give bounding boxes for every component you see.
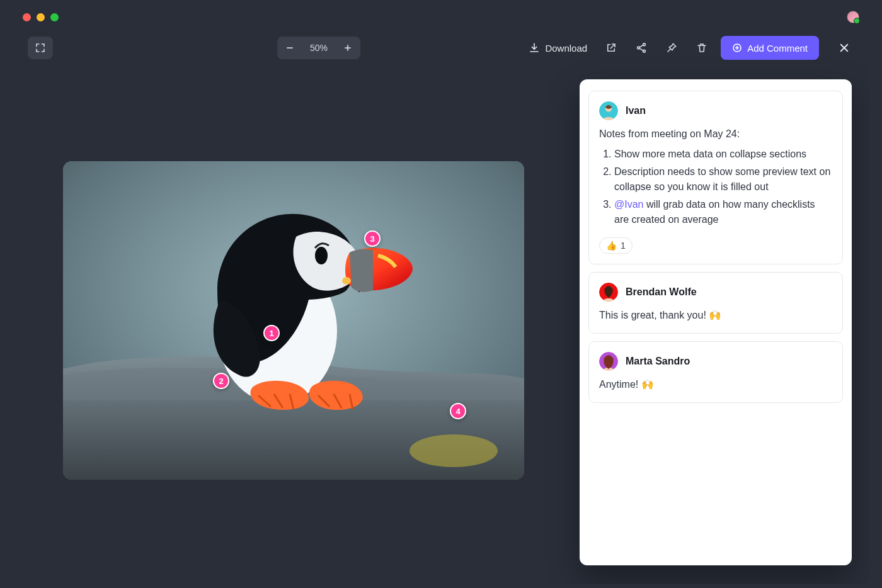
avatar (599, 352, 618, 371)
add-comment-icon (732, 43, 742, 53)
pin-icon (666, 42, 677, 54)
comment-author: Ivan (626, 105, 646, 116)
annotation-pin[interactable]: 1 (263, 325, 280, 341)
external-link-icon (605, 42, 617, 54)
maximize-window-icon[interactable] (50, 13, 59, 21)
reaction-chip[interactable]: 👍 1 (599, 237, 633, 254)
zoom-level: 50% (302, 43, 335, 53)
minimize-window-icon[interactable] (37, 13, 45, 21)
avatar (599, 101, 618, 120)
attachment-image (63, 161, 524, 480)
window-titlebar (13, 5, 869, 29)
comment-intro: Notes from meeting on May 24: (599, 127, 832, 142)
zoom-in-button[interactable] (335, 37, 360, 59)
comments-panel: Ivan Notes from meeting on May 24: Show … (580, 79, 852, 565)
comment-list-item: Description needs to show some preview t… (614, 164, 832, 195)
comment-list-item: Show more meta data on collapse sections (614, 147, 832, 162)
comment-body: Anytime! 🙌 (599, 377, 832, 392)
image-viewer[interactable]: 1234 (63, 161, 524, 480)
comment-list-item: @Ivan will grab data on how many checkli… (614, 197, 832, 227)
zoom-control: 50% (277, 37, 360, 59)
close-viewer-button[interactable] (834, 38, 854, 58)
comment-author: Marta Sandro (626, 356, 690, 367)
viewer-toolbar: 50% Download (13, 29, 869, 67)
comment-body: Notes from meeting on May 24: Show more … (599, 127, 832, 227)
annotation-pin[interactable]: 4 (450, 403, 466, 419)
download-icon (529, 42, 540, 54)
svg-point-15 (342, 277, 351, 285)
pin-button[interactable] (660, 37, 683, 59)
expand-icon (35, 42, 46, 54)
download-label: Download (545, 43, 587, 54)
share-icon (636, 42, 647, 54)
close-window-icon[interactable] (23, 13, 31, 21)
comment-author: Brendan Wolfe (626, 286, 697, 298)
mention[interactable]: @Ivan (614, 199, 643, 210)
fullscreen-button[interactable] (28, 37, 53, 59)
reaction-emoji: 👍 (606, 240, 617, 251)
avatar (599, 283, 618, 302)
minus-icon (285, 43, 294, 52)
user-avatar[interactable] (847, 11, 859, 23)
reaction-count: 1 (621, 240, 626, 251)
add-comment-button[interactable]: Add Comment (721, 36, 819, 60)
comment-card[interactable]: Brendan Wolfe This is great, thank you! … (588, 272, 843, 334)
delete-button[interactable] (690, 37, 713, 59)
svg-point-12 (410, 434, 498, 467)
annotation-pin[interactable]: 3 (364, 230, 381, 247)
download-button[interactable]: Download (524, 42, 592, 54)
comment-body: This is great, thank you! 🙌 (599, 308, 832, 323)
annotation-pin[interactable]: 2 (213, 373, 229, 389)
open-external-button[interactable] (600, 37, 622, 59)
add-comment-label: Add Comment (747, 43, 808, 54)
zoom-out-button[interactable] (277, 37, 302, 59)
share-button[interactable] (630, 37, 653, 59)
plus-icon (343, 43, 352, 52)
close-icon (839, 42, 850, 54)
svg-point-14 (315, 247, 328, 264)
comment-card[interactable]: Ivan Notes from meeting on May 24: Show … (588, 91, 843, 264)
trash-icon (696, 42, 707, 54)
comment-card[interactable]: Marta Sandro Anytime! 🙌 (588, 341, 843, 403)
